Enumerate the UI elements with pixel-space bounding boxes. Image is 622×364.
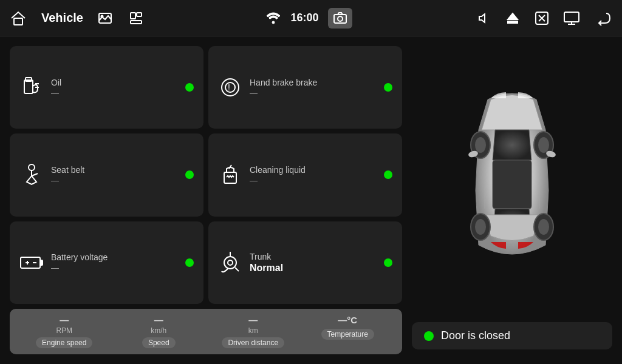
home-button[interactable]	[7, 7, 29, 29]
svg-rect-5	[131, 21, 142, 24]
wifi-icon	[266, 12, 281, 24]
media-icon-button[interactable]	[127, 9, 145, 27]
svg-line-34	[235, 268, 239, 271]
oil-status-dot	[185, 83, 194, 92]
hand-brake-status-dot	[384, 83, 392, 92]
temperature-value: —°C	[338, 315, 357, 325]
seat-belt-label: Seat belt	[51, 165, 84, 175]
cards-grid: Oil — ! Hand	[10, 46, 402, 304]
engine-speed-metric: — RPM Engine speed	[19, 315, 109, 348]
left-panel: Oil — ! Hand	[10, 46, 402, 354]
driven-distance-label: Driven distance	[222, 337, 284, 348]
volume-button[interactable]	[474, 8, 493, 28]
right-panel: Door is closed	[412, 46, 612, 354]
hand-brake-label: Hand brake brake	[250, 78, 317, 87]
svg-point-41	[475, 219, 486, 235]
door-status-text: Door is closed	[441, 329, 510, 342]
trunk-card: Trunk Normal	[208, 221, 402, 304]
hand-brake-text-block: Hand brake brake —	[250, 78, 317, 98]
svg-point-21	[222, 79, 239, 96]
seat-belt-value: —	[51, 176, 84, 185]
cleaning-liquid-status-dot	[384, 170, 392, 179]
trunk-value: Normal	[250, 263, 283, 274]
battery-voltage-status-dot	[185, 258, 194, 267]
engine-speed-label: Engine speed	[36, 337, 92, 348]
trunk-card-left: Trunk Normal	[218, 251, 283, 275]
svg-rect-26	[21, 257, 40, 268]
svg-rect-10	[508, 21, 518, 23]
speed-unit: km/h	[151, 326, 166, 335]
cleaning-liquid-icon	[218, 163, 242, 187]
svg-point-31	[224, 257, 236, 269]
seat-belt-icon	[19, 163, 44, 187]
battery-voltage-label: Battery voltage	[51, 252, 108, 262]
driven-distance-metric: — km Driven distance	[208, 315, 298, 348]
car-illustration	[451, 81, 573, 288]
svg-point-39	[538, 137, 549, 153]
oil-value: —	[51, 89, 61, 98]
back-button[interactable]	[592, 7, 615, 29]
svg-rect-17	[24, 80, 33, 93]
time-display: 16:00	[290, 12, 318, 24]
svg-rect-27	[40, 260, 43, 265]
cleaning-liquid-value: —	[250, 176, 306, 185]
cleaning-liquid-card-left: Cleaning liquid —	[218, 163, 306, 187]
topbar-center: 16:00	[266, 8, 352, 29]
svg-point-43	[538, 219, 549, 235]
cleaning-liquid-text-block: Cleaning liquid —	[250, 165, 306, 185]
topbar-right	[474, 7, 615, 29]
oil-label: Oil	[51, 78, 61, 87]
page-title: Vehicle	[41, 11, 83, 25]
image-icon-button[interactable]	[95, 8, 115, 28]
battery-voltage-text-block: Battery voltage —	[51, 252, 108, 272]
svg-point-24	[29, 164, 35, 170]
svg-rect-14	[564, 12, 579, 22]
hand-brake-icon: !	[218, 75, 242, 99]
svg-point-22	[225, 83, 235, 92]
close-button[interactable]	[532, 8, 552, 28]
seat-belt-card: Seat belt —	[10, 133, 203, 216]
seat-belt-status-dot	[185, 170, 194, 179]
topbar: Vehicle 16:00	[0, 0, 622, 36]
speed-value: —	[154, 315, 163, 325]
trunk-label: Trunk	[250, 252, 283, 261]
temperature-label: Temperature	[321, 329, 374, 340]
door-status-dot	[424, 331, 434, 341]
battery-voltage-value: —	[51, 263, 108, 272]
svg-point-2	[101, 15, 103, 17]
svg-rect-0	[14, 18, 22, 25]
battery-voltage-icon	[19, 251, 44, 275]
oil-card: Oil —	[10, 46, 203, 129]
svg-point-7	[338, 16, 343, 21]
cleaning-liquid-label: Cleaning liquid	[250, 165, 306, 175]
driven-distance-value: —	[248, 315, 258, 325]
seat-belt-text-block: Seat belt —	[51, 165, 84, 185]
svg-point-37	[475, 137, 486, 153]
eject-button[interactable]	[503, 8, 522, 28]
svg-marker-8	[479, 14, 485, 22]
speed-label: Speed	[142, 337, 176, 348]
door-status-bar: Door is closed	[412, 322, 612, 349]
svg-text:!: !	[228, 83, 230, 92]
temperature-metric: —°C Temperature	[303, 315, 393, 348]
trunk-icon	[218, 251, 242, 275]
svg-rect-3	[131, 13, 135, 19]
svg-marker-9	[508, 13, 518, 19]
camera-button[interactable]	[328, 8, 352, 29]
seat-belt-card-left: Seat belt —	[19, 163, 84, 187]
main-content: Oil — ! Hand	[0, 36, 622, 364]
hand-brake-value: —	[250, 89, 317, 98]
hand-brake-card-left: ! Hand brake brake —	[218, 75, 317, 99]
trunk-status-dot	[384, 258, 392, 267]
driven-distance-unit: km	[248, 326, 258, 335]
speed-metric: — km/h Speed	[114, 315, 204, 348]
oil-text-block: Oil —	[51, 78, 61, 98]
oil-icon	[19, 75, 44, 99]
screen-button[interactable]	[561, 8, 582, 28]
svg-rect-35	[493, 160, 531, 209]
svg-rect-25	[224, 172, 236, 183]
car-image-area	[412, 46, 612, 322]
cleaning-liquid-card: Cleaning liquid —	[208, 133, 402, 216]
oil-card-left: Oil —	[19, 75, 61, 99]
svg-point-32	[228, 260, 233, 265]
